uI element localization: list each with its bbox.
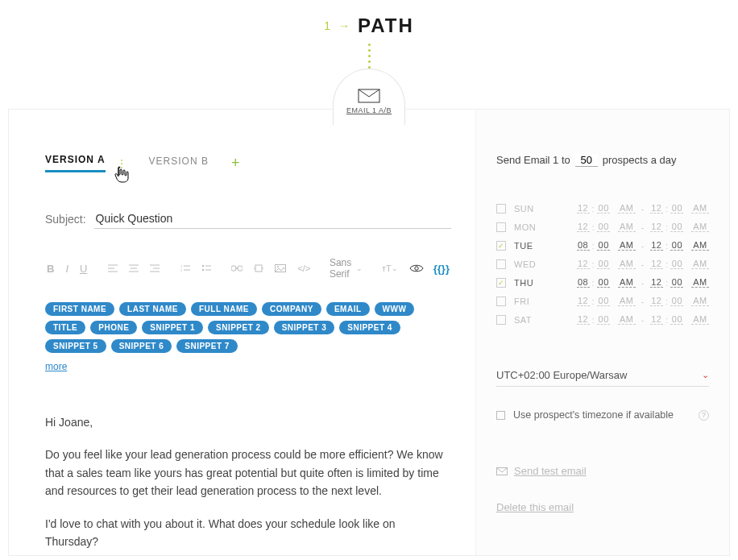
to-ampm[interactable]: AM: [691, 296, 709, 306]
to-minute[interactable]: 00: [670, 203, 683, 214]
delete-email-link[interactable]: Delete this email: [496, 501, 709, 513]
from-minute[interactable]: 00: [597, 222, 610, 232]
from-minute[interactable]: 00: [597, 203, 610, 214]
from-hour[interactable]: 12: [577, 259, 590, 269]
from-minute[interactable]: 00: [597, 314, 610, 325]
font-family-select[interactable]: Sans Serif ⌄: [330, 257, 363, 280]
to-hour[interactable]: 12: [650, 222, 663, 232]
from-hour[interactable]: 08: [577, 240, 590, 251]
add-version-button[interactable]: +: [231, 155, 240, 172]
merge-pill[interactable]: SNIPPET 6: [111, 339, 172, 353]
merge-pill[interactable]: SNIPPET 3: [274, 321, 335, 334]
to-ampm[interactable]: AM: [691, 203, 709, 214]
from-ampm[interactable]: AM: [618, 259, 636, 269]
merge-pill[interactable]: SNIPPET 1: [142, 321, 203, 334]
from-ampm[interactable]: AM: [618, 240, 636, 251]
day-checkbox[interactable]: [496, 204, 506, 214]
merge-pill[interactable]: FULL NAME: [191, 302, 257, 316]
to-hour[interactable]: 12: [650, 259, 663, 269]
align-center-button[interactable]: [127, 263, 140, 274]
day-checkbox[interactable]: [496, 259, 506, 269]
from-minute[interactable]: 00: [597, 277, 610, 288]
email-body[interactable]: Hi Joane, Do you feel like your lead gen…: [45, 413, 451, 555]
time-range[interactable]: 08:00 AM-12:00 AM: [577, 277, 709, 288]
ordered-list-button[interactable]: 12: [179, 263, 192, 274]
day-checkbox[interactable]: [496, 297, 506, 306]
merge-pill[interactable]: SNIPPET 5: [45, 339, 106, 353]
unlink-button[interactable]: [252, 262, 265, 275]
help-icon[interactable]: ?: [699, 410, 709, 421]
merge-pill[interactable]: FIRST NAME: [45, 302, 114, 316]
to-minute[interactable]: 00: [670, 296, 683, 306]
code-button[interactable]: </>: [296, 262, 312, 275]
merge-pill[interactable]: TITLE: [45, 321, 85, 334]
to-minute[interactable]: 00: [670, 240, 683, 251]
from-minute[interactable]: 00: [597, 296, 610, 306]
font-size-button[interactable]: тT ⌄: [380, 262, 400, 275]
to-ampm[interactable]: AM: [691, 314, 709, 325]
to-hour[interactable]: 12: [650, 277, 663, 288]
from-ampm[interactable]: AM: [618, 314, 636, 325]
to-hour[interactable]: 12: [650, 296, 663, 306]
to-hour[interactable]: 12: [650, 240, 663, 251]
merge-pill[interactable]: SNIPPET 4: [339, 321, 400, 334]
prospects-count-input[interactable]: [575, 154, 598, 167]
from-ampm[interactable]: AM: [618, 222, 636, 232]
from-ampm[interactable]: AM: [618, 277, 636, 288]
day-checkbox[interactable]: ✓: [496, 241, 506, 251]
to-minute[interactable]: 00: [670, 277, 683, 288]
from-minute[interactable]: 00: [597, 240, 610, 251]
merge-pill[interactable]: EMAIL: [326, 302, 370, 316]
from-hour[interactable]: 12: [577, 222, 590, 232]
merge-pill[interactable]: SNIPPET 2: [208, 321, 269, 334]
day-checkbox[interactable]: ✓: [496, 278, 506, 288]
time-range[interactable]: 12:00 AM-12:00 AM: [577, 259, 709, 269]
to-minute[interactable]: 00: [670, 314, 683, 325]
more-snippets-link[interactable]: more: [45, 361, 67, 372]
time-range[interactable]: 08:00 AM-12:00 AM: [577, 240, 709, 251]
underline-button[interactable]: U: [78, 261, 89, 276]
tab-version-a[interactable]: VERSION A: [45, 154, 106, 172]
to-ampm[interactable]: AM: [691, 277, 709, 288]
time-range[interactable]: 12:00 AM-12:00 AM: [577, 203, 709, 214]
from-hour[interactable]: 08: [577, 277, 590, 288]
day-checkbox[interactable]: [496, 222, 506, 232]
align-right-button[interactable]: [148, 263, 161, 274]
time-range[interactable]: 12:00 AM-12:00 AM: [577, 314, 709, 325]
tab-menu-icon[interactable]: ⋮: [117, 158, 126, 169]
from-hour[interactable]: 12: [577, 203, 590, 214]
send-test-link[interactable]: Send test email: [496, 465, 709, 477]
link-button[interactable]: [230, 263, 244, 274]
from-ampm[interactable]: AM: [618, 203, 636, 214]
bold-button[interactable]: B: [45, 261, 56, 276]
merge-pill[interactable]: COMPANY: [262, 302, 321, 316]
tab-version-b[interactable]: VERSION B: [149, 156, 209, 172]
preview-button[interactable]: [408, 261, 425, 276]
to-ampm[interactable]: AM: [691, 259, 709, 269]
to-hour[interactable]: 12: [650, 203, 663, 214]
italic-button[interactable]: I: [64, 261, 70, 276]
to-ampm[interactable]: AM: [691, 222, 709, 232]
use-prospect-tz-checkbox[interactable]: [496, 411, 505, 420]
time-range[interactable]: 12:00 AM-12:00 AM: [577, 296, 709, 306]
merge-pill[interactable]: WWW: [375, 302, 415, 316]
merge-pill[interactable]: SNIPPET 7: [176, 339, 238, 353]
timezone-select[interactable]: UTC+02:00 Europe/Warsaw ⌄: [496, 369, 709, 387]
from-ampm[interactable]: AM: [618, 296, 636, 306]
unordered-list-button[interactable]: [200, 263, 213, 274]
to-minute[interactable]: 00: [670, 259, 683, 269]
time-range[interactable]: 12:00 AM-12:00 AM: [577, 222, 709, 232]
from-hour[interactable]: 12: [577, 296, 590, 306]
merge-pill[interactable]: PHONE: [90, 321, 137, 334]
to-minute[interactable]: 00: [670, 222, 683, 232]
email-step-node[interactable]: EMAIL 1 A/B: [333, 68, 405, 125]
image-button[interactable]: [273, 263, 288, 274]
subject-input[interactable]: [94, 209, 451, 229]
merge-pill[interactable]: LAST NAME: [119, 302, 186, 316]
to-ampm[interactable]: AM: [691, 240, 709, 251]
from-hour[interactable]: 12: [577, 314, 590, 325]
variables-button[interactable]: {{}}: [432, 261, 451, 276]
to-hour[interactable]: 12: [650, 314, 663, 325]
align-left-button[interactable]: [106, 263, 119, 274]
day-checkbox[interactable]: [496, 315, 506, 325]
